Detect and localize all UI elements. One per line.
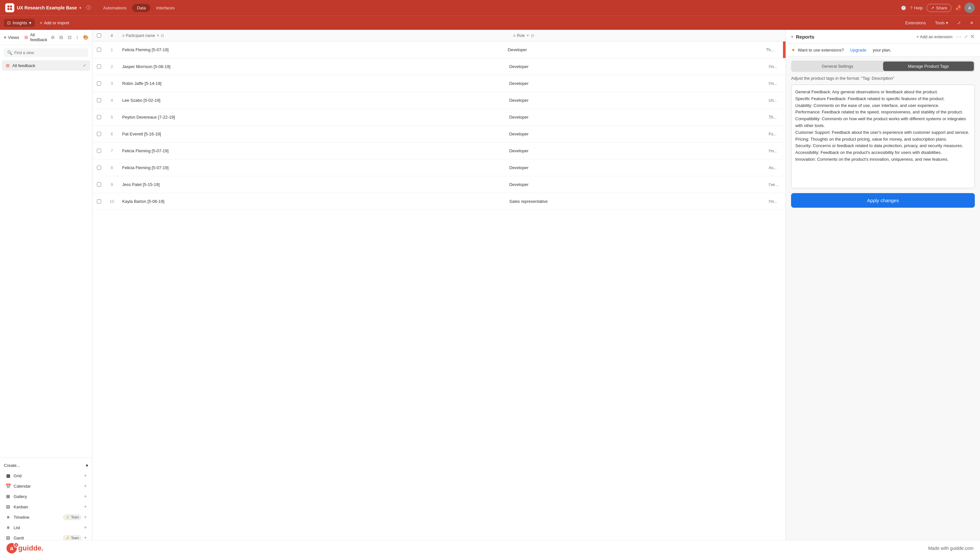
row-select-checkbox[interactable] xyxy=(97,149,101,153)
create-list[interactable]: ≡ List + xyxy=(2,522,90,533)
timeline-plus-icon[interactable]: + xyxy=(84,514,87,520)
table-row[interactable]: 8 Felicia Fleming [5-07-19] Developer As… xyxy=(92,159,786,176)
tab-manage-product-tags[interactable]: Manage Product Tags xyxy=(883,61,974,71)
table-row[interactable]: 6 Pat Everett [5-16-19] Developer Fo... xyxy=(92,126,786,142)
create-calendar[interactable]: 📅 Calendar + xyxy=(2,481,90,491)
filter-icon[interactable]: ⊟ xyxy=(58,34,64,41)
row-checkbox[interactable] xyxy=(92,75,105,92)
create-timeline[interactable]: ≡ Timeline ⚡ Team + xyxy=(2,512,90,522)
add-import-button[interactable]: + Add or import xyxy=(37,19,72,27)
add-extension-button[interactable]: + Add an extension xyxy=(917,34,953,39)
apply-changes-button[interactable]: Apply changes xyxy=(791,193,975,208)
color-icon[interactable]: 🎨 xyxy=(82,34,89,41)
role-text-icon: A xyxy=(513,34,516,37)
history-icon[interactable]: 🕐 xyxy=(901,5,906,10)
th-role[interactable]: A Role ▼ ⊟ xyxy=(509,33,773,38)
user-avatar[interactable]: A xyxy=(964,3,975,13)
table-row[interactable]: 9 Jess Patel [5-15-19] Developer I've... xyxy=(92,176,786,193)
row-checkbox[interactable] xyxy=(92,109,105,125)
row-participant-name: Jess Patel [5-15-19] xyxy=(118,176,506,193)
insights-button[interactable]: ⊡ Insights ▾ xyxy=(4,19,35,27)
create-header[interactable]: Create... ▾ xyxy=(0,461,92,470)
app-chevron-icon: ▾ xyxy=(79,6,81,10)
row-select-checkbox[interactable] xyxy=(97,48,101,52)
role-filter-icon[interactable]: ⊟ xyxy=(531,33,534,38)
row-number: 5 xyxy=(105,109,118,125)
row-expand-handle[interactable] xyxy=(783,42,786,58)
row-role: Sales representative xyxy=(506,193,766,210)
row-select-checkbox[interactable] xyxy=(97,81,101,86)
rp-expand-icon[interactable]: ⤢ xyxy=(964,34,968,39)
left-sidebar: ≡ Views ⊞ All feedback ⊘ ⊟ ⊡ ↕ 🎨 ⊞ ⤢ 🔍 xyxy=(0,30,92,556)
row-checkbox[interactable] xyxy=(92,126,105,142)
nav-automations[interactable]: Automations xyxy=(99,4,131,12)
table-row[interactable]: 5 Peyton Devereaux [7-22-19] Developer T… xyxy=(92,109,786,126)
row-checkbox[interactable] xyxy=(92,58,105,75)
row-text: Fo... xyxy=(766,126,786,142)
create-kanban[interactable]: ⊟ Kanban + xyxy=(2,501,90,512)
extensions-button[interactable]: Extensions xyxy=(902,19,928,27)
share-button[interactable]: ↗ Share xyxy=(927,4,951,12)
info-icon[interactable]: ⓘ xyxy=(86,5,91,11)
row-select-checkbox[interactable] xyxy=(97,115,101,119)
row-text: I'm... xyxy=(766,58,786,75)
calendar-plus-icon[interactable]: + xyxy=(84,483,87,489)
rp-close-icon[interactable]: ✕ xyxy=(970,33,975,40)
close-panel-icon[interactable]: ✕ xyxy=(967,19,976,27)
tab-general-settings[interactable]: General Settings xyxy=(792,61,883,71)
table-row[interactable]: 7 Felicia Fleming [5-07-19] Developer I'… xyxy=(92,142,786,159)
row-role: Developer xyxy=(506,109,766,125)
find-view-input[interactable] xyxy=(14,50,85,55)
row-select-checkbox[interactable] xyxy=(97,132,101,136)
expand-icon[interactable]: ⤢ xyxy=(955,19,964,27)
upgrade-link[interactable]: Upgrade xyxy=(851,48,867,52)
help-button[interactable]: ? Help xyxy=(910,5,923,10)
nav-data[interactable]: Data xyxy=(132,4,150,12)
create-grid[interactable]: ▦ Grid + xyxy=(2,470,90,481)
app-logo[interactable]: UX Research Example Base ▾ xyxy=(5,3,81,12)
row-checkbox[interactable] xyxy=(92,176,105,193)
rp-chevron-icon[interactable]: ▾ xyxy=(791,34,793,39)
table-row[interactable]: 2 Jasper Morrison [5-08-19] Developer I'… xyxy=(92,58,786,75)
th-checkbox[interactable] xyxy=(92,33,105,37)
sort-icon[interactable]: ↕ xyxy=(75,34,79,41)
kanban-plus-icon[interactable]: + xyxy=(84,504,87,510)
table-row[interactable]: 3 Robin Jaffe [5-14-19] Developer I'm... xyxy=(92,75,786,92)
notifications-button[interactable]: 🔔 1 xyxy=(956,5,961,10)
more-options-icon[interactable]: ⋯ xyxy=(956,33,962,40)
grid-plus-icon[interactable]: + xyxy=(84,473,87,478)
row-select-checkbox[interactable] xyxy=(97,166,101,170)
name-filter-icon[interactable]: ⊟ xyxy=(161,33,164,38)
table-row[interactable]: 4 Lee Szabo [5-02-19] Developer Un... xyxy=(92,92,786,109)
tools-button[interactable]: Tools ▾ xyxy=(932,19,951,27)
row-select-checkbox[interactable] xyxy=(97,199,101,204)
all-feedback-tab[interactable]: ⊞ All feedback xyxy=(24,32,47,42)
all-feedback-nav-item[interactable]: ⊞ All feedback ✓ xyxy=(2,60,90,71)
product-tags-textarea[interactable] xyxy=(791,84,975,188)
hide-fields-icon[interactable]: ⊘ xyxy=(50,34,56,41)
table-body: 1 Felicia Fleming [5-07-19] Developer Th… xyxy=(92,42,786,556)
gallery-plus-icon[interactable]: + xyxy=(84,493,87,499)
table-row[interactable]: 1 Felicia Fleming [5-07-19] Developer Th… xyxy=(92,42,786,58)
row-checkbox[interactable] xyxy=(92,42,105,58)
row-select-checkbox[interactable] xyxy=(97,65,101,69)
row-select-checkbox[interactable] xyxy=(97,98,101,102)
row-checkbox[interactable] xyxy=(92,142,105,159)
row-checkbox[interactable] xyxy=(92,159,105,176)
row-select-checkbox[interactable] xyxy=(97,183,101,187)
th-participant-name[interactable]: A Participant name ▼ ⊟ xyxy=(118,33,509,38)
select-all-checkbox[interactable] xyxy=(97,33,101,37)
row-number: 2 xyxy=(105,58,118,75)
row-participant-name: Felicia Fleming [5-07-19] xyxy=(118,142,506,159)
gantt-badge-label: Team xyxy=(71,536,79,540)
create-gallery[interactable]: ⊞ Gallery + xyxy=(2,491,90,501)
table-row[interactable]: 10 Kayla Barton [5-06-19] Sales represen… xyxy=(92,193,786,210)
group-icon[interactable]: ⊡ xyxy=(67,34,73,41)
kanban-icon: ⊟ xyxy=(5,504,11,509)
list-plus-icon[interactable]: + xyxy=(84,525,87,530)
row-checkbox[interactable] xyxy=(92,193,105,210)
row-checkbox[interactable] xyxy=(92,92,105,108)
made-with-label: Made with guidde.com xyxy=(928,546,974,551)
nav-interfaces[interactable]: Interfaces xyxy=(152,4,179,12)
help-icon: ? xyxy=(910,5,912,10)
